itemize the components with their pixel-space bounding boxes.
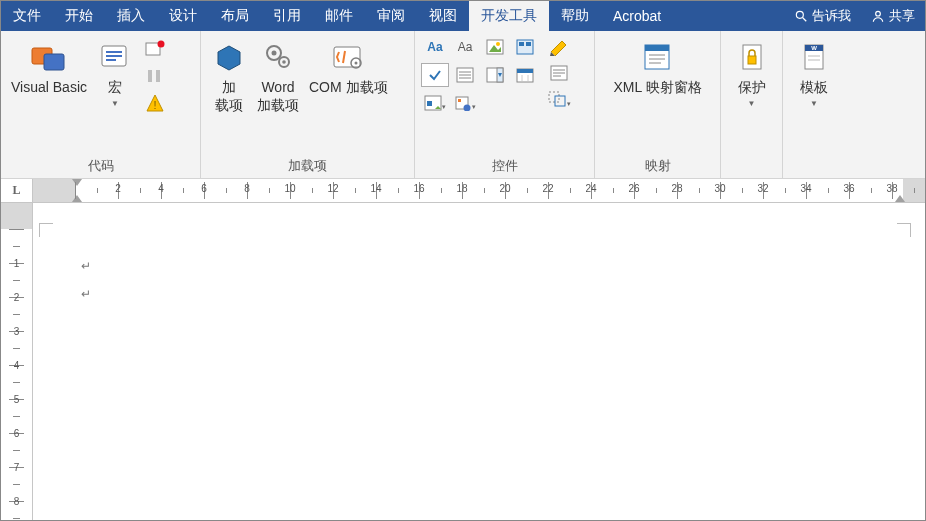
svg-rect-59	[748, 56, 756, 64]
xml-mapping-pane-button[interactable]: XML 映射窗格	[609, 35, 705, 99]
page-corner	[897, 223, 911, 237]
ruler-h-label: 8	[244, 183, 250, 194]
visual-basic-icon	[30, 42, 68, 72]
chevron-down-icon: ▼	[111, 99, 119, 109]
word-addins-button[interactable]: Word 加载项	[253, 35, 303, 116]
building-block-control[interactable]	[511, 35, 539, 59]
group-controls-button[interactable]: ▾	[545, 87, 573, 111]
share-label: 共享	[889, 7, 915, 25]
ruler-v-label: 1	[1, 258, 32, 269]
design-mode-icon	[548, 38, 570, 56]
tab-帮助[interactable]: 帮助	[549, 1, 601, 31]
group-protect: 保护 ▼	[721, 31, 783, 178]
ruler-h-label: 22	[542, 183, 553, 194]
ruler-h-label: 16	[413, 183, 424, 194]
picture-control[interactable]	[481, 35, 509, 59]
record-macro-button[interactable]	[141, 37, 169, 61]
tab-Acrobat[interactable]: Acrobat	[601, 1, 673, 31]
combobox-control[interactable]	[451, 63, 479, 87]
page-corner	[39, 223, 53, 237]
rich-text-control[interactable]: Aa	[421, 35, 449, 59]
document-page[interactable]: ↵ ↵	[33, 203, 925, 520]
design-mode-button[interactable]	[545, 35, 573, 59]
pause-recording-button[interactable]	[141, 64, 169, 88]
combobox-icon	[456, 67, 474, 83]
group-addins: 加 载项 Word 加载项 COM 加载项 加载项	[201, 31, 415, 178]
tab-selector[interactable]: L	[1, 179, 33, 202]
tell-me[interactable]: 告诉我	[784, 1, 861, 31]
ruler-v-label: 6	[1, 428, 32, 439]
ruler-h-label: 18	[456, 183, 467, 194]
first-line-indent-marker[interactable]	[72, 179, 82, 186]
paragraph-mark: ↵	[81, 259, 91, 274]
controls-grid: Aa Aa ▾ ▾	[421, 35, 539, 117]
protect-label: 保护	[738, 79, 766, 97]
com-addins-button[interactable]: COM 加载项	[305, 35, 392, 99]
addins-button[interactable]: 加 载项	[207, 35, 251, 116]
dropdown-control[interactable]	[481, 63, 509, 87]
tab-视图[interactable]: 视图	[417, 1, 469, 31]
ruler-v-label: 4	[1, 360, 32, 371]
group-code: Visual Basic 宏 ▼ ! 代码	[1, 31, 201, 178]
ribbon: Visual Basic 宏 ▼ ! 代码 加 载项 Word 加载项	[1, 31, 925, 179]
lock-icon	[738, 42, 766, 72]
ruler-h-label: 2	[115, 183, 121, 194]
tab-文件[interactable]: 文件	[1, 1, 53, 31]
group-mapping-title: 映射	[595, 157, 720, 178]
ruler-vertical[interactable]: 12345678	[1, 203, 33, 520]
hanging-indent-marker[interactable]	[72, 195, 82, 202]
ruler-left-margin[interactable]	[33, 179, 75, 202]
svg-rect-4	[44, 54, 64, 70]
tab-开始[interactable]: 开始	[53, 1, 105, 31]
svg-rect-28	[526, 42, 531, 46]
plain-text-control[interactable]: Aa	[451, 35, 479, 59]
ruler-top-margin[interactable]	[1, 203, 32, 229]
tab-邮件[interactable]: 邮件	[313, 1, 365, 31]
record-macro-icon	[145, 40, 165, 58]
search-icon	[794, 9, 808, 23]
tab-布局[interactable]: 布局	[209, 1, 261, 31]
ruler-v-label: 8	[1, 496, 32, 507]
document-template-button[interactable]: W 模板 ▼	[792, 35, 836, 111]
macros-icon	[98, 42, 132, 72]
chevron-down-icon: ▼	[810, 99, 818, 109]
ruler-horizontal[interactable]: L 246810121416182022242628303234363840	[1, 179, 925, 203]
macro-security-button[interactable]: !	[141, 91, 169, 115]
date-picker-control[interactable]	[511, 63, 539, 87]
xml-mapping-icon	[641, 42, 675, 72]
group-code-title: 代码	[1, 157, 200, 178]
addins-icon	[214, 42, 244, 72]
svg-rect-37	[517, 69, 533, 73]
right-indent-marker[interactable]	[895, 195, 905, 202]
ruler-h-label: 20	[499, 183, 510, 194]
document-area: 12345678 ↵ ↵	[1, 203, 925, 520]
repeating-section-control[interactable]: ▾	[421, 91, 449, 115]
svg-point-0	[796, 11, 803, 18]
group-icon	[547, 90, 567, 108]
svg-point-25	[496, 42, 500, 46]
word-addins-label: Word 加载项	[257, 79, 299, 114]
checkbox-control[interactable]	[421, 63, 449, 87]
properties-button[interactable]	[545, 61, 573, 85]
tab-设计[interactable]: 设计	[157, 1, 209, 31]
ruler-h-label: 38	[886, 183, 897, 194]
svg-point-17	[272, 51, 277, 56]
tab-插入[interactable]: 插入	[105, 1, 157, 31]
macros-button[interactable]: 宏 ▼	[93, 35, 137, 111]
paragraph-mark: ↵	[81, 287, 91, 302]
tab-开发工具[interactable]: 开发工具	[469, 1, 549, 31]
visual-basic-button[interactable]: Visual Basic	[7, 35, 91, 99]
addins-label: 加 载项	[215, 79, 243, 114]
pause-recording-icon	[145, 67, 165, 85]
tab-引用[interactable]: 引用	[261, 1, 313, 31]
tab-审阅[interactable]: 审阅	[365, 1, 417, 31]
ruler-v-label: 2	[1, 292, 32, 303]
share[interactable]: 共享	[861, 1, 925, 31]
protect-button[interactable]: 保护 ▼	[730, 35, 774, 111]
svg-line-1	[803, 18, 807, 22]
check-icon	[428, 68, 442, 82]
chevron-down-icon: ▼	[748, 99, 756, 109]
legacy-tools[interactable]: ▾	[451, 91, 479, 115]
dropdown-icon	[486, 67, 504, 83]
ruler-v-label: 3	[1, 326, 32, 337]
